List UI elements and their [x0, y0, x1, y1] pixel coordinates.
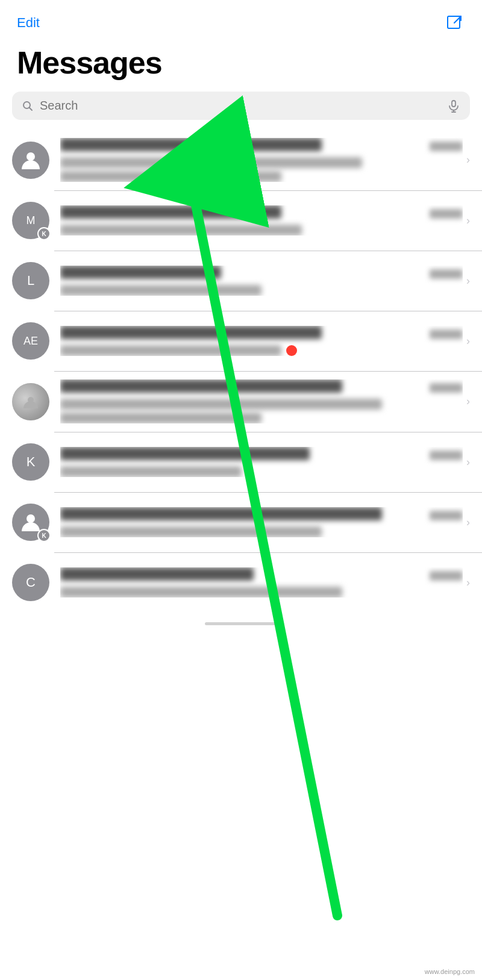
contact-name [60, 326, 322, 339]
message-time [430, 329, 463, 339]
message-top-row [60, 567, 463, 584]
chevron-right-icon: › [466, 214, 470, 227]
header: Edit [0, 0, 482, 40]
message-top-row [60, 447, 463, 464]
search-input[interactable] [40, 99, 441, 113]
chevron-right-icon: › [466, 335, 470, 348]
message-time [430, 209, 463, 219]
chevron-right-icon: › [466, 576, 470, 589]
list-item[interactable]: M K › [0, 190, 482, 251]
page-title: Messages [0, 40, 482, 92]
search-bar-container [0, 92, 482, 130]
message-list: › M K › L › AE [0, 130, 482, 613]
avatar: M K [12, 202, 49, 239]
chevron-right-icon: › [466, 154, 470, 166]
contact-name [60, 205, 281, 219]
message-content [60, 507, 463, 537]
avatar-badge: K [37, 529, 51, 542]
message-preview [60, 587, 342, 598]
avatar: K [12, 504, 49, 541]
message-time [430, 451, 463, 460]
message-preview [60, 225, 302, 236]
svg-rect-6 [452, 101, 455, 107]
message-top-row [60, 326, 463, 343]
message-preview-2 [60, 413, 261, 423]
chevron-right-icon: › [466, 395, 470, 408]
svg-line-5 [30, 107, 33, 110]
compose-button[interactable] [443, 12, 465, 34]
svg-rect-0 [448, 16, 460, 28]
chevron-right-icon: › [466, 516, 470, 529]
svg-point-11 [27, 514, 35, 523]
message-time [430, 571, 463, 581]
message-time [430, 383, 463, 393]
svg-point-9 [27, 152, 35, 161]
message-content [60, 447, 463, 477]
avatar-photo [12, 383, 49, 420]
message-preview [60, 399, 382, 410]
edit-button[interactable]: Edit [17, 15, 40, 31]
list-item[interactable]: K › [0, 492, 482, 552]
chevron-right-icon: › [466, 275, 470, 287]
message-preview [60, 285, 261, 296]
home-indicator [205, 622, 277, 625]
contact-name [60, 266, 221, 279]
message-top-row [60, 379, 463, 396]
message-content [60, 266, 463, 296]
message-content [60, 205, 463, 236]
message-preview-2 [60, 171, 281, 182]
message-content [60, 138, 463, 182]
search-icon [22, 100, 34, 112]
list-item[interactable]: C › [0, 552, 482, 613]
message-content [60, 567, 463, 598]
microphone-icon [447, 99, 460, 113]
message-preview [60, 466, 242, 477]
message-content [60, 379, 463, 423]
message-preview [60, 345, 281, 356]
avatar-badge: K [37, 227, 51, 240]
chevron-right-icon: › [466, 456, 470, 469]
compose-icon [446, 14, 463, 31]
contact-name [60, 447, 310, 460]
person-icon [19, 149, 42, 172]
list-item[interactable]: K › [0, 432, 482, 492]
message-top-row [60, 138, 463, 155]
avatar: C [12, 564, 49, 601]
contact-name [60, 138, 322, 151]
avatar [12, 383, 49, 420]
message-time [430, 142, 463, 151]
avatar: L [12, 262, 49, 299]
list-item[interactable]: L › [0, 251, 482, 311]
watermark: www.deinpg.com [425, 968, 475, 975]
message-preview [60, 157, 362, 168]
list-item[interactable]: › [0, 130, 482, 190]
list-item[interactable]: AE › [0, 311, 482, 371]
message-top-row [60, 507, 463, 524]
avatar: AE [12, 322, 49, 360]
message-time [430, 511, 463, 520]
unread-indicator [286, 345, 297, 356]
contact-name [60, 507, 382, 520]
message-top-row [60, 205, 463, 222]
search-bar[interactable] [12, 92, 470, 120]
message-preview [60, 526, 322, 537]
contact-name [60, 379, 342, 393]
avatar: K [12, 443, 49, 481]
message-content [60, 326, 463, 356]
message-time [430, 269, 463, 279]
avatar [12, 142, 49, 179]
message-top-row [60, 266, 463, 282]
list-item[interactable]: › [0, 371, 482, 432]
photo-icon [22, 393, 40, 411]
message-preview-row [60, 345, 463, 356]
contact-name [60, 567, 254, 581]
